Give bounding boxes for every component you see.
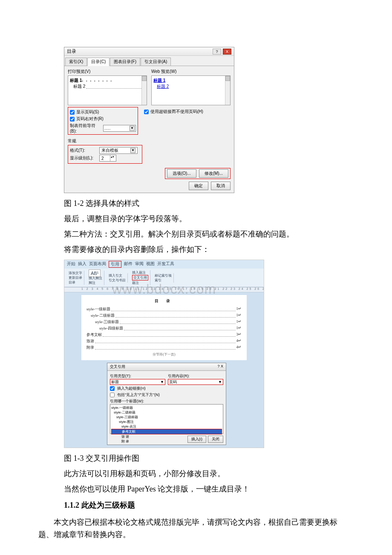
which-label: 引用哪一个标题(W): (110, 399, 223, 404)
web-link-1[interactable]: 标题 1 (153, 78, 228, 84)
web-preview-box: 标题 1 标题 2 (151, 75, 231, 105)
tab-developer[interactable]: 开发工具 (157, 261, 174, 268)
dialog-title: 目录 (67, 48, 76, 55)
ribbon: 开始 插入 页面布局 引用 邮件 审阅 视图 开发工具 添加文字 更新目录 目录… (64, 260, 264, 287)
levels-label: 显示级别(L): (70, 155, 98, 161)
pv-h2: 标题 2 (73, 84, 85, 90)
tabstrip: 索引(X) 目录(C) 图表目录(F) 引文目录(A) (64, 56, 234, 66)
tab-view[interactable]: 视图 (146, 261, 155, 268)
doc-toc-title: 目 录 (86, 298, 242, 304)
word-screenshot: www.bdocx.com 开始 插入 页面布局 引用 邮件 审阅 视图 开发工… (64, 260, 264, 448)
list-item[interactable]: style-一级标题 (111, 405, 222, 410)
general-section: 常规 格式(T): 来自模板 ▼ 显示级别(L): 2 ▴▾ (68, 138, 231, 164)
paragraph: 最后，调整目录的字体字号段落等。 (64, 214, 371, 224)
toc-line: 致谢4↵ (86, 338, 242, 344)
list-item[interactable]: style-三级标题 (111, 415, 222, 419)
general-label: 常规 (68, 138, 231, 144)
tab-toc[interactable]: 目录(C) (87, 58, 110, 66)
toc-line: style-二级标题1↵ (86, 313, 242, 318)
tab-figures[interactable]: 图表目录(F) (110, 58, 140, 66)
tab-review[interactable]: 审阅 (135, 261, 144, 268)
titlebar-buttons: ? X (213, 49, 231, 55)
hyperlink-option: 使用超链接而不使用页码(H) (142, 107, 205, 135)
heading-list[interactable]: style-一级标题style-二级标题style-三级标题style-图注st… (110, 404, 223, 434)
tab-citations[interactable]: 引文目录(A) (141, 58, 171, 66)
modify-button[interactable]: 修改(M)... (199, 169, 228, 178)
tab-start[interactable]: 开始 (67, 261, 75, 268)
heading-3: 1.1.2 此处为三级标题 (64, 500, 371, 510)
tab-insert[interactable]: 插入 (78, 261, 86, 268)
ok-button[interactable]: 确定 (189, 182, 208, 190)
print-preview-label: 打印预览(V) (68, 69, 147, 75)
tab-layout[interactable]: 页面布局 (89, 261, 106, 268)
document-page: 目 录 style-一级标题1↵style-二级标题1↵style-三级标题1↵… (81, 295, 247, 360)
toc-line: style-三级标题1↵ (86, 319, 242, 325)
pv-h1: 标题 1 (70, 78, 82, 84)
list-item[interactable]: style-图注 (111, 419, 222, 424)
toc-line: style-四级标题1↵ (86, 326, 242, 331)
preview-scrollbar-2[interactable] (225, 76, 230, 105)
chevron-down-icon: ▼ (130, 126, 135, 131)
tab-references[interactable]: 引用 (109, 261, 121, 268)
format-combo[interactable]: 来自模板 ▼ (99, 147, 138, 154)
preview-scrollbar[interactable] (141, 76, 147, 105)
levels-spinner[interactable]: 2 ▴▾ (99, 155, 116, 162)
cross-reference-button[interactable]: 交叉引用 (132, 275, 148, 280)
ref-content-label: 引用内容(R): (168, 373, 223, 379)
paragraph: 将需要修改的目录内容删除后，操作如下： (64, 244, 371, 254)
close-button[interactable]: 关闭 (208, 436, 223, 443)
chevron-down-icon: ▼ (130, 148, 135, 153)
body-paragraph: 本文内容已根据本校论文格式规范排版完毕，请撰写论文内容，根据自己需要更换标题、增… (38, 516, 349, 541)
insert-as-link-checkbox[interactable]: 插入为超链接(H) (110, 386, 223, 391)
list-item[interactable]: style-表注 (111, 424, 222, 429)
cancel-button[interactable]: 取消 (211, 182, 231, 190)
cross-reference-dialog: 交叉引用 ? X 引用类型(T): 标题▼ 引用内容(R): 页码▼ 插入为超链 (107, 363, 226, 445)
close-button[interactable]: X (223, 49, 231, 55)
print-preview-box: 标题 1 . . . . . . . . 1 标题 2 3 (68, 75, 147, 105)
show-pagenum-checkbox[interactable]: 显示页码(S) (70, 109, 136, 115)
options-button[interactable]: 选项(O)... (167, 169, 196, 178)
format-label: 格式(T): (70, 147, 98, 153)
toc-line: 附录4↵ (86, 345, 242, 350)
crd-close[interactable]: ? X (217, 364, 223, 370)
dialog-body: 打印预览(V) 标题 1 . . . . . . . . 1 标题 2 3 (64, 66, 234, 193)
leader-label: 制表符前导符(B): (70, 123, 101, 133)
ref-content-combo[interactable]: 页码▼ (168, 379, 223, 385)
paragraph: 当然你也可以使用 PaperYes 论文排版，一键生成目录！ (64, 484, 371, 494)
list-item[interactable]: style-二级标题 (111, 410, 222, 415)
list-item[interactable]: 参考文献 (111, 429, 222, 434)
right-align-checkbox[interactable]: 页码右对齐(R) (70, 116, 136, 122)
use-hyperlink-checkbox[interactable]: 使用超链接而不使用页码(H) (144, 109, 203, 115)
crd-title: 交叉引用 (110, 364, 125, 370)
figure-caption-2: 图 1-3 交叉引用操作图 (64, 453, 371, 463)
tab-index[interactable]: 索引(X) (65, 58, 87, 66)
include-above-checkbox[interactable]: 包括"见上方"/"见下方"(N) (110, 392, 223, 398)
section-break: 分节符(下一页) (86, 352, 242, 357)
toc-dialog: 目录 ? X 索引(X) 目录(C) 图表目录(F) 引文目录(A) 打印预览(… (64, 47, 234, 193)
toc-line: style-一级标题1↵ (86, 306, 242, 312)
ref-type-combo[interactable]: 标题▼ (110, 379, 165, 385)
help-button[interactable]: ? (213, 49, 221, 55)
paragraph: 第二种方法：交叉引用。解决个别目录页码或者标题不准确的问题。 (64, 229, 371, 239)
paragraph: 此方法可以引用标题和页码，小部分修改目录。 (64, 468, 371, 479)
tab-mailings[interactable]: 邮件 (124, 261, 133, 268)
dialog-titlebar: 目录 ? X (64, 47, 234, 56)
insert-button[interactable]: 插入(I) (187, 436, 207, 443)
web-preview-label: Web 预览(W) (151, 69, 231, 75)
figure-caption-1: 图 1-2 选择具体的样式 (64, 198, 371, 208)
spinner-buttons[interactable]: ▴▾ (110, 155, 114, 161)
toc-line: 参考文献3↵ (86, 332, 242, 338)
ref-type-label: 引用类型(T): (110, 373, 165, 379)
leader-combo[interactable]: ...... ▼ (103, 125, 136, 132)
page-number-options: 显示页码(S) 页码右对齐(R) 制表符前导符(B): ...... ▼ (68, 107, 138, 135)
web-link-2[interactable]: 标题 2 (153, 84, 228, 90)
ruler: 1 2 3 4 5 6 7 8 9 10 11 12 13 14 15 16 1… (64, 287, 264, 292)
